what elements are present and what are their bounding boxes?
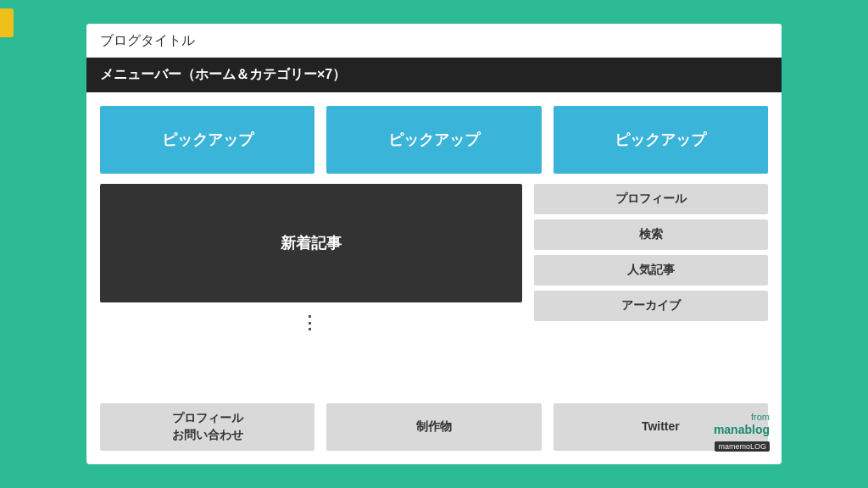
sidebar-item-search[interactable]: 検索 [534,219,768,250]
footer-profile-label: プロフィールお問い合わせ [172,410,243,443]
sidebar-item-profile[interactable]: プロフィール [534,184,768,214]
pickup-box-1[interactable]: ピックアップ [100,106,314,174]
middle-row: 新着記事 ︙ プロフィール 検索 人気記事 アーカイブ [100,184,768,393]
menu-bar: メニューバー（ホーム＆カテゴリー×7） [86,58,782,92]
dots: ︙ [300,312,322,336]
pickup-box-2[interactable]: ピックアップ [326,106,541,174]
top-label: TOP [0,8,14,37]
header-area: ブログタイトル [86,24,782,58]
branding-name: manablog [714,423,770,437]
footer-box-works[interactable]: 制作物 [326,403,541,451]
menu-bar-label: メニューバー（ホーム＆カテゴリー×7） [100,67,346,81]
dots-area: ︙ [100,311,522,336]
sidebar-item-archive[interactable]: アーカイブ [534,291,768,321]
pickup-row: ピックアップ ピックアップ ピックアップ [100,106,768,174]
footer-row: プロフィールお問い合わせ 制作物 Twitter [100,403,768,451]
branding-from: from [714,412,770,423]
branding: from manablog mamemoLOG [714,412,770,452]
blog-title: ブログタイトル [100,33,195,47]
content-area: ピックアップ ピックアップ ピックアップ 新着記事 ︙ プロフィール 検索 人気… [86,92,782,464]
sidebar-item-popular[interactable]: 人気記事 [534,255,768,286]
main-content-area: 新着記事 ︙ [100,184,522,393]
new-articles-box: 新着記事 [100,184,522,302]
footer-box-profile[interactable]: プロフィールお問い合わせ [100,403,314,451]
pickup-box-3[interactable]: ピックアップ [554,106,768,174]
sidebar: プロフィール 検索 人気記事 アーカイブ [534,184,768,393]
main-container: ブログタイトル メニューバー（ホーム＆カテゴリー×7） ピックアップ ピックアッ… [86,24,782,464]
branding-sub: mamemoLOG [715,441,770,452]
